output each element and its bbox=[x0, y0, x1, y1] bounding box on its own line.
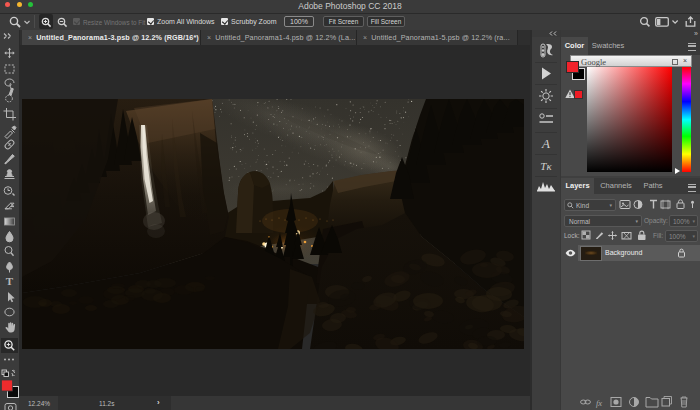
svg-text:T: T bbox=[6, 275, 14, 287]
svg-text:fx: fx bbox=[596, 398, 602, 408]
svg-text:Tκ: Tκ bbox=[540, 160, 552, 172]
svg-text:A: A bbox=[541, 136, 550, 151]
